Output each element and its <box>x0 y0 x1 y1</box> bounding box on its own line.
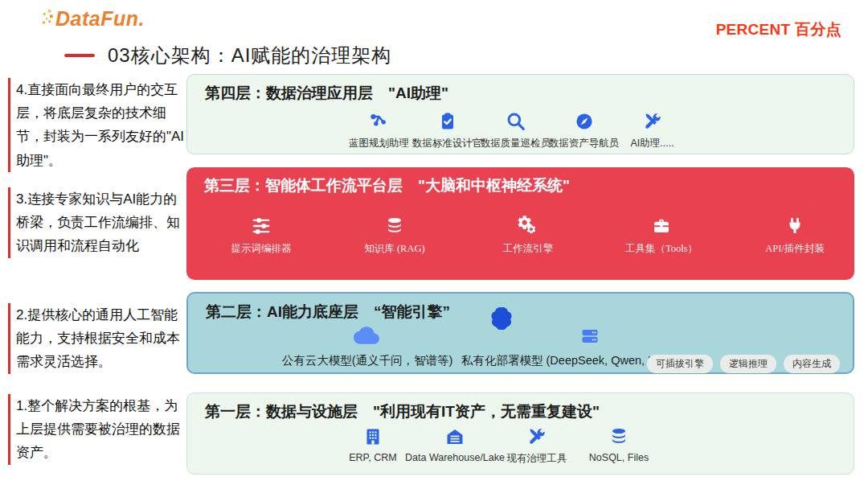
building-icon <box>363 425 383 448</box>
item-label: ERP, CRM <box>349 452 397 463</box>
layer1-title: 第一层：数据与设施层 "利用现有IT资产，无需重复建设" <box>205 401 600 422</box>
tools-icon <box>642 110 663 133</box>
item-erp-crm: ERP, CRM <box>332 425 414 466</box>
percent-brand-logo: PERCENT 百分点 <box>716 19 841 40</box>
item-api-plugin-wrapper: API/插件封装 <box>735 214 855 256</box>
database-icon <box>385 214 404 238</box>
flow-nodes-icon <box>369 110 390 133</box>
layer2-ai-capability-base: 第二层：AI能力底座层 “智能引擎” 公有云大模型(通义千问，智谱等) 私有化部… <box>186 292 854 374</box>
item-existing-governance-tools: 现有治理工具 <box>496 425 578 466</box>
item-label: 现有治理工具 <box>507 452 567 466</box>
item-blueprint-planner: 蓝图规划助理 <box>345 110 413 150</box>
sliders-icon <box>251 214 272 238</box>
item-prompt-orchestrator: 提示词编排器 <box>201 214 321 256</box>
tools-icon <box>526 425 547 448</box>
layer4-items: 蓝图规划助理 数据标准设计官 数据质量巡检员 数据资产导航员 <box>345 110 686 150</box>
layer1-items: ERP, CRM Data Warehouse/Lake 现有治理工具 NoSQ… <box>332 425 660 466</box>
private-models-label: 私有化部署模型 (DeepSeek, Qwen, Kimi) <box>461 353 670 368</box>
layer2-title: 第二层：AI能力底座层 “智能引擎” <box>206 302 450 323</box>
item-knowledge-base-rag: 知识库 (RAG) <box>334 214 455 256</box>
cloud-icon <box>354 323 379 351</box>
datafun-logo: DataFun. <box>42 7 145 31</box>
item-ai-assistants-more: AI助理..... <box>618 110 686 150</box>
item-data-asset-navigator: 数据资产导航员 <box>550 110 618 150</box>
server-icon <box>580 327 600 349</box>
logo-text: DataFun. <box>55 7 145 31</box>
toolbox-icon <box>652 214 671 238</box>
warehouse-icon <box>445 425 465 448</box>
item-label: API/插件封装 <box>765 242 825 256</box>
note-bridge-layer: 3.连接专家知识与AI能力的桥梁，负责工作流编排、知识调用和流程自动化 <box>8 187 190 258</box>
item-label: 工具集（Tools） <box>625 242 698 256</box>
clipboard-check-icon <box>438 110 457 133</box>
item-label: NoSQL, Files <box>589 452 649 463</box>
item-label: 数据质量巡检员 <box>481 137 551 150</box>
item-label: 提示词编排器 <box>231 242 292 256</box>
item-workflow-engine: 工作流引擎 <box>468 214 588 256</box>
item-label: 知识库 (RAG) <box>364 242 424 256</box>
title-dash <box>64 54 95 57</box>
compass-icon <box>575 110 594 133</box>
item-nosql-files: NoSQL, Files <box>578 425 660 466</box>
logo-pixels-icon <box>42 7 54 31</box>
layer3-items: 提示词编排器 知识库 (RAG) 工作流引擎 <box>201 214 868 256</box>
item-data-warehouse-lake: Data Warehouse/Lake <box>414 425 496 466</box>
item-label: 数据标准设计官 <box>412 137 483 150</box>
item-label: 蓝图规划助理 <box>349 137 409 150</box>
layer4-application-layer: 第四层：数据治理应用层 "AI助理" 蓝图规划助理 数据标准设计官 数据质量巡检… <box>186 74 854 154</box>
item-label: AI助理..... <box>630 137 674 150</box>
note-interaction-layer: 4.直接面向最终用户的交互层，将底层复杂的技术细节，封装为一系列友好的"AI助理… <box>8 78 190 172</box>
item-label: 工作流引擎 <box>503 242 554 256</box>
title-row: 03核心架构：AI赋能的治理架构 <box>64 43 391 68</box>
plug-icon <box>785 214 805 238</box>
tag-pluggable-engine: 可插拔引擎 <box>647 355 713 373</box>
layer3-agent-workflow-platform: 第三层：智能体工作流平台层 "大脑和中枢神经系统" 提示词编排器 知识库 (RA… <box>186 167 854 280</box>
note-foundation-layer: 1.整个解决方案的根基，为上层提供需要被治理的数据资产。 <box>8 394 190 465</box>
item-label: 数据资产导航员 <box>549 137 620 150</box>
tag-content-generation: 内容生成 <box>784 355 840 373</box>
item-data-standard-designer: 数据标准设计官 <box>413 110 481 150</box>
brain-icon <box>487 304 516 336</box>
item-label: Data Warehouse/Lake <box>405 452 505 463</box>
layer1-data-infrastructure: 第一层：数据与设施层 "利用现有IT资产，无需重复建设" ERP, CRM Da… <box>186 392 854 475</box>
layer4-title: 第四层：数据治理应用层 "AI助理" <box>205 83 448 104</box>
capability-tags: 可插拔引擎 逻辑推理 内容生成 <box>647 355 840 373</box>
magnifier-icon <box>506 110 526 133</box>
page-title: 03核心架构：AI赋能的治理架构 <box>108 43 391 68</box>
note-ai-capability-layer: 2.提供核心的通用人工智能能力，支持根据安全和成本需求灵活选择。 <box>8 303 190 374</box>
gears-icon <box>518 214 538 238</box>
tag-logical-reasoning: 逻辑推理 <box>720 355 776 373</box>
public-cloud-models-label: 公有云大模型(通义千问，智谱等) <box>268 353 466 368</box>
database-icon <box>609 425 628 448</box>
layer3-title: 第三层：智能体工作流平台层 "大脑和中枢神经系统" <box>204 175 570 196</box>
item-toolset: 工具集（Tools） <box>601 214 722 256</box>
slide: DataFun. PERCENT 百分点 03核心架构：AI赋能的治理架构 4.… <box>0 0 868 489</box>
item-data-quality-inspector: 数据质量巡检员 <box>481 110 550 150</box>
